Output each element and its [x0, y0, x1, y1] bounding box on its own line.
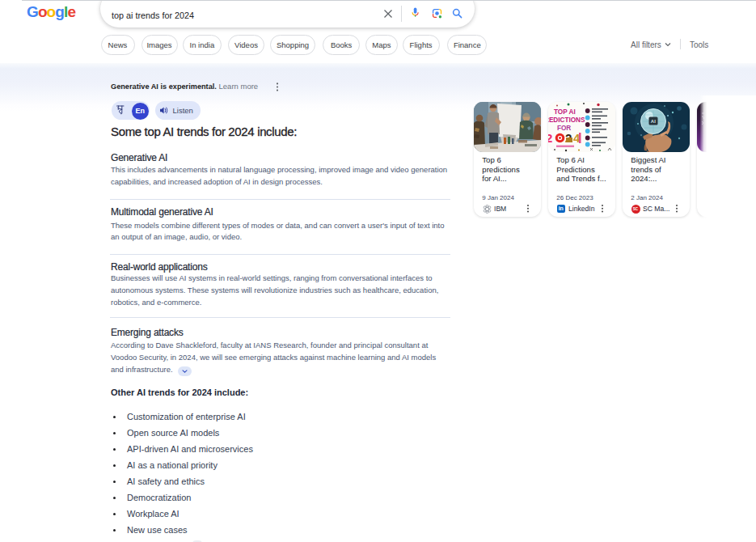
- svg-text:REDICTIONS: REDICTIONS: [548, 116, 585, 124]
- svg-text:TOP AI: TOP AI: [554, 108, 576, 116]
- svg-text:2: 2: [548, 131, 552, 145]
- svg-text:AI: AI: [651, 119, 656, 124]
